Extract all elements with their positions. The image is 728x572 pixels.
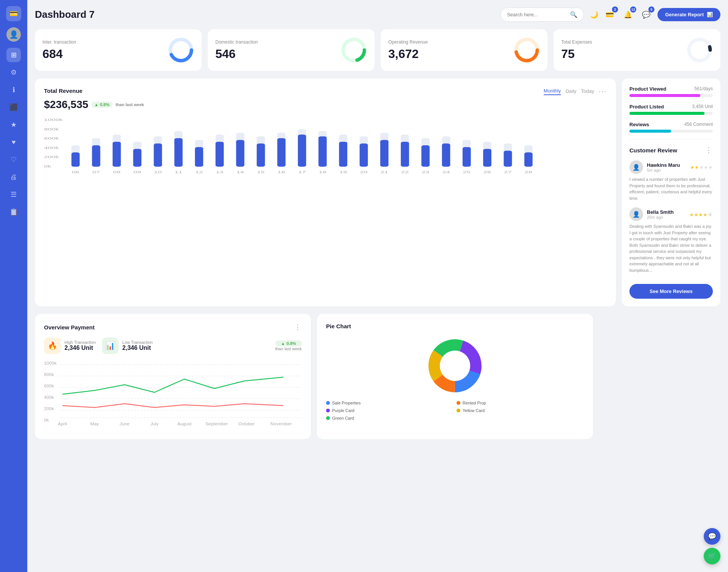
up-icon: ▲ <box>281 341 285 346</box>
side-stat-header-reviews: Reviews 456 Comment <box>629 122 713 127</box>
svg-text:600k: 600k <box>44 136 59 140</box>
review-more-icon[interactable]: ⋮ <box>705 146 713 154</box>
svg-rect-78 <box>504 150 512 166</box>
float-chat-button[interactable]: 💬 <box>704 528 720 545</box>
wallet-badge: 2 <box>612 6 618 13</box>
svg-text:12: 12 <box>195 170 203 174</box>
svg-text:400k: 400k <box>44 395 54 400</box>
low-trans-icon: 📊 <box>102 337 119 354</box>
header-icons: 🌙 💳 2 🔔 12 💬 5 Generate Report 📊 <box>590 8 720 22</box>
donut-inter <box>168 37 194 63</box>
bar-chart: 1000k 800k 600k 400k 200k 0k 06 <box>44 117 607 179</box>
svg-text:November: November <box>270 422 292 426</box>
sidebar-item-print[interactable]: 🖨 <box>6 170 21 184</box>
svg-text:800k: 800k <box>44 127 59 131</box>
svg-text:14: 14 <box>237 170 244 174</box>
tab-daily[interactable]: Daily <box>565 88 576 95</box>
sidebar-item-menu[interactable]: ☰ <box>6 187 21 202</box>
sidebar-item-heart[interactable]: ♥ <box>6 135 21 149</box>
svg-text:17: 17 <box>298 170 306 174</box>
theme-toggle[interactable]: 🌙 <box>590 11 598 19</box>
side-stat-listed: Product Listed 3,456 Unit <box>629 104 713 115</box>
search-bar[interactable]: 🔍 <box>500 8 584 22</box>
progress-fill-listed <box>629 112 704 115</box>
svg-text:22: 22 <box>401 170 409 174</box>
more-options-icon[interactable]: ··· <box>599 88 607 96</box>
see-more-button[interactable]: See More Reviews <box>629 284 713 299</box>
svg-rect-33 <box>195 147 203 167</box>
sidebar-item-settings[interactable]: ⚙ <box>6 65 21 80</box>
svg-text:0k: 0k <box>44 418 49 422</box>
svg-rect-30 <box>174 138 183 166</box>
svg-text:15: 15 <box>257 170 265 174</box>
side-stat-viewed: Product Viewed 561/days <box>629 86 713 97</box>
payment-more-icon[interactable]: ⋮ <box>294 323 302 331</box>
sidebar-item-heart2[interactable]: ♡ <box>6 152 21 167</box>
line-chart-svg: 1000k 800k 600k 400k 200k 0k April M <box>44 360 302 428</box>
stat-label-revenue: Operating Revenue <box>388 39 428 45</box>
legend-dot-sale <box>326 401 330 405</box>
side-stat-header-listed: Product Listed 3,456 Unit <box>629 104 713 110</box>
svg-text:May: May <box>90 422 99 426</box>
chat-icon-btn[interactable]: 💬 5 <box>639 8 653 22</box>
chart-icon: 📊 <box>707 12 713 17</box>
bottom-row: Overview Payment ⋮ 🔥 High Transaction 2,… <box>35 314 720 439</box>
customer-review-section: Customer Review ⋮ 👤 Hawkins Maru 5m ago … <box>629 139 713 299</box>
main-content: Dashboard 7 🔍 🌙 💳 2 🔔 12 💬 5 Generate Re… <box>27 0 728 572</box>
svg-rect-21 <box>113 142 121 167</box>
side-stat-reviews: Reviews 456 Comment <box>629 122 713 133</box>
chat-badge: 5 <box>648 6 654 13</box>
side-stat-label-listed: Product Listed <box>629 104 664 110</box>
svg-text:18: 18 <box>319 170 326 174</box>
revenue-card: Total Revenue Monthly Daily Today ··· $2… <box>35 78 616 306</box>
search-input[interactable] <box>507 12 567 17</box>
progress-listed <box>629 112 713 115</box>
legend-dot-purple <box>326 409 330 412</box>
sidebar-item-dashboard[interactable]: ⊞ <box>6 48 21 62</box>
donut-revenue <box>513 37 540 63</box>
svg-rect-39 <box>236 140 245 167</box>
svg-text:09: 09 <box>133 170 141 174</box>
search-icon: 🔍 <box>570 11 577 18</box>
stat-cards: Inter. transaction 684 Domestic transact… <box>35 29 720 71</box>
tab-today[interactable]: Today <box>581 88 594 95</box>
stat-card-expenses: Total Expenses 75 <box>554 29 720 71</box>
svg-text:16: 16 <box>278 170 285 174</box>
svg-text:600k: 600k <box>44 384 54 388</box>
avatar[interactable]: 👤 <box>6 27 21 42</box>
svg-rect-72 <box>463 147 471 167</box>
svg-rect-66 <box>421 145 430 166</box>
sidebar-item-star[interactable]: ★ <box>6 118 21 132</box>
svg-point-108 <box>440 351 470 381</box>
svg-rect-48 <box>298 135 306 167</box>
stars-1: ★★★★★ <box>690 164 713 171</box>
bell-icon-btn[interactable]: 🔔 12 <box>621 8 635 22</box>
wallet-icon-btn[interactable]: 💳 2 <box>603 8 617 22</box>
legend-label-green: Green Card <box>332 416 354 420</box>
svg-text:20: 20 <box>360 170 367 174</box>
svg-text:September: September <box>206 422 228 426</box>
side-stat-value-reviews: 456 Comment <box>684 122 713 127</box>
pie-chart-container: Sale Properties Rented Prop Purple Card … <box>326 335 584 420</box>
reviewer-info-2: Bella Smith 20m ago <box>647 209 674 219</box>
svg-rect-45 <box>277 138 286 166</box>
svg-text:21: 21 <box>381 170 388 174</box>
sidebar-item-info[interactable]: ℹ <box>6 83 21 97</box>
svg-rect-57 <box>359 144 368 167</box>
sidebar-item-analytics[interactable]: ⬛ <box>6 100 21 114</box>
svg-text:1000k: 1000k <box>44 118 63 122</box>
trend-badge: ▲ 0.8% <box>91 102 113 108</box>
sidebar-logo[interactable]: 💳 <box>6 6 21 21</box>
svg-text:19: 19 <box>339 170 347 174</box>
reviewer-name-2: Bella Smith <box>647 209 674 215</box>
payment-trend-label: than last week <box>275 346 302 351</box>
sidebar-item-list[interactable]: 📋 <box>6 205 21 219</box>
generate-report-button[interactable]: Generate Report 📊 <box>657 8 720 21</box>
tab-monthly[interactable]: Monthly <box>544 88 561 95</box>
donut-expenses <box>686 37 713 63</box>
float-cart-button[interactable]: 🛒 <box>704 548 720 564</box>
svg-rect-24 <box>133 149 141 167</box>
high-trans-icon: 🔥 <box>44 337 61 354</box>
svg-text:26: 26 <box>483 170 491 174</box>
side-stat-value-viewed: 561/days <box>694 86 713 92</box>
